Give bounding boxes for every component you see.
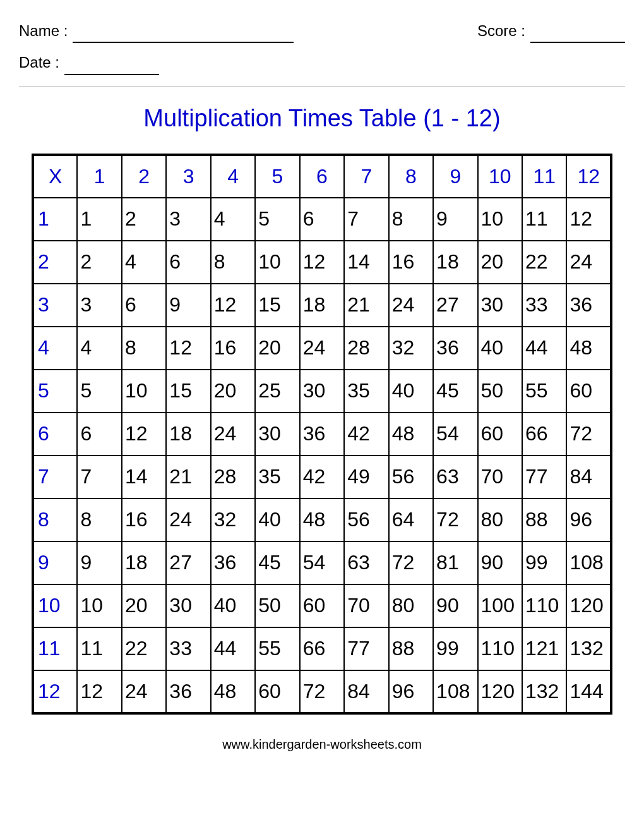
- table-cell: 15: [255, 284, 299, 327]
- column-header: 8: [389, 155, 433, 198]
- table-cell: 10: [122, 370, 166, 413]
- table-cell: 70: [344, 584, 388, 627]
- name-blank[interactable]: [73, 25, 294, 43]
- table-cell: 30: [478, 284, 522, 327]
- column-header: 4: [211, 155, 255, 198]
- table-cell: 5: [255, 198, 299, 241]
- table-cell: 84: [344, 670, 388, 713]
- table-cell: 60: [300, 584, 344, 627]
- table-cell: 42: [344, 413, 388, 456]
- table-cell: 18: [300, 284, 344, 327]
- table-cell: 7: [344, 198, 388, 241]
- column-header: 10: [478, 155, 522, 198]
- table-cell: 33: [522, 284, 566, 327]
- table-cell: 44: [211, 627, 255, 670]
- table-cell: 88: [522, 499, 566, 541]
- table-cell: 32: [211, 499, 255, 541]
- row-header: 11: [33, 627, 77, 670]
- table-cell: 120: [566, 584, 611, 627]
- table-cell: 99: [522, 541, 566, 584]
- table-cell: 7: [77, 456, 121, 499]
- table-cell: 56: [344, 499, 388, 541]
- table-cell: 108: [566, 541, 611, 584]
- table-cell: 12: [300, 241, 344, 284]
- row-header: 3: [33, 284, 77, 327]
- table-cell: 48: [211, 670, 255, 713]
- table-cell: 12: [566, 198, 611, 241]
- table-cell: 64: [389, 499, 433, 541]
- table-cell: 45: [433, 370, 477, 413]
- table-cell: 15: [166, 370, 210, 413]
- table-cell: 6: [166, 241, 210, 284]
- table-cell: 36: [211, 541, 255, 584]
- table-cell: 24: [566, 241, 611, 284]
- table-cell: 144: [566, 670, 611, 713]
- table-cell: 10: [77, 584, 121, 627]
- row-header: 7: [33, 456, 77, 499]
- row-header: 8: [33, 499, 77, 541]
- table-cell: 16: [389, 241, 433, 284]
- table-cell: 36: [300, 413, 344, 456]
- table-cell: 132: [566, 627, 611, 670]
- table-cell: 18: [122, 541, 166, 584]
- table-cell: 77: [344, 627, 388, 670]
- table-cell: 81: [433, 541, 477, 584]
- table-cell: 56: [389, 456, 433, 499]
- table-cell: 110: [522, 584, 566, 627]
- table-cell: 40: [255, 499, 299, 541]
- table-cell: 63: [433, 456, 477, 499]
- score-label: Score :: [477, 19, 525, 43]
- table-cell: 72: [433, 499, 477, 541]
- table-cell: 5: [77, 370, 121, 413]
- table-cell: 24: [389, 284, 433, 327]
- table-cell: 55: [522, 370, 566, 413]
- column-header: 9: [433, 155, 477, 198]
- table-cell: 12: [77, 670, 121, 713]
- table-cell: 54: [433, 413, 477, 456]
- table-cell: 27: [166, 541, 210, 584]
- table-cell: 8: [211, 241, 255, 284]
- table-cell: 35: [344, 370, 388, 413]
- column-header: 1: [77, 155, 121, 198]
- table-cell: 18: [166, 413, 210, 456]
- table-cell: 10: [478, 198, 522, 241]
- table-cell: 6: [77, 413, 121, 456]
- table-cell: 72: [389, 541, 433, 584]
- table-cell: 2: [122, 198, 166, 241]
- table-cell: 12: [122, 413, 166, 456]
- table-cell: 48: [389, 413, 433, 456]
- table-cell: 8: [122, 327, 166, 370]
- multiplication-table: X123456789101112112345678910111222468101…: [32, 154, 612, 715]
- table-cell: 21: [344, 284, 388, 327]
- table-cell: 36: [433, 327, 477, 370]
- footer-url: www.kindergarden-worksheets.com: [19, 737, 625, 752]
- row-header: 1: [33, 198, 77, 241]
- table-cell: 22: [522, 241, 566, 284]
- table-cell: 24: [166, 499, 210, 541]
- table-cell: 8: [389, 198, 433, 241]
- table-cell: 8: [77, 499, 121, 541]
- table-cell: 25: [255, 370, 299, 413]
- table-cell: 11: [522, 198, 566, 241]
- table-cell: 54: [300, 541, 344, 584]
- table-cell: 32: [389, 327, 433, 370]
- table-cell: 28: [344, 327, 388, 370]
- table-cell: 55: [255, 627, 299, 670]
- table-cell: 18: [433, 241, 477, 284]
- table-cell: 60: [255, 670, 299, 713]
- table-cell: 121: [522, 627, 566, 670]
- score-blank[interactable]: [530, 25, 625, 43]
- table-cell: 12: [211, 284, 255, 327]
- table-cell: 66: [522, 413, 566, 456]
- table-cell: 110: [478, 627, 522, 670]
- table-cell: 20: [255, 327, 299, 370]
- table-cell: 63: [344, 541, 388, 584]
- table-cell: 20: [211, 370, 255, 413]
- table-cell: 21: [166, 456, 210, 499]
- table-cell: 132: [522, 670, 566, 713]
- row-header: 9: [33, 541, 77, 584]
- date-blank[interactable]: [64, 57, 159, 75]
- table-cell: 96: [389, 670, 433, 713]
- table-cell: 30: [166, 584, 210, 627]
- table-cell: 60: [478, 413, 522, 456]
